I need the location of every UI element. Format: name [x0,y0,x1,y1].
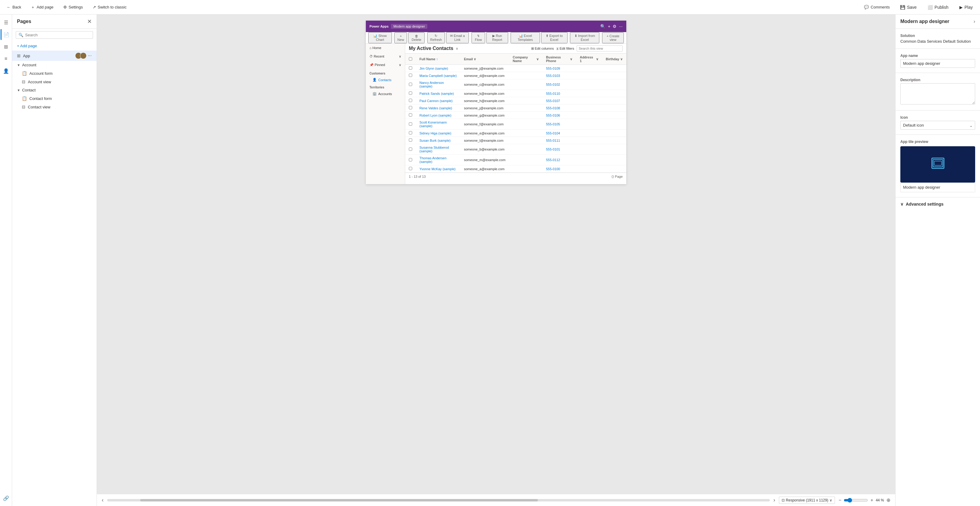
description-textarea[interactable] [900,83,975,105]
row-name[interactable]: Patrick Sands (sample) [416,90,460,97]
add-page-button[interactable]: ＋ Add page [29,3,56,11]
table-row[interactable]: Susan Burk (sample) someone_l@example.co… [405,137,626,144]
right-panel-expand[interactable]: › [974,19,975,24]
canvas-frame[interactable]: Power Apps Modern app designer 🔍 + ⚙ ···… [97,14,895,494]
publish-button[interactable]: ⬜ Publish [925,4,951,11]
row-select[interactable] [405,97,416,105]
preview-nav-email[interactable]: ✉ Email a Link [446,32,469,43]
edit-filters-btn[interactable]: ⧖ Edit filters [556,47,574,51]
row-select[interactable] [405,65,416,72]
row-select[interactable] [405,137,416,144]
row-select[interactable] [405,105,416,112]
canvas-scroll-left[interactable]: ‹ [102,497,103,503]
birthday-col-header[interactable]: Birthday ∨ [602,54,626,65]
row-name[interactable]: Scott Konersmann (sample) [416,119,460,130]
preview-content[interactable]: Full Name ↑ Email ∨ Company Name ∨ Busin… [405,54,626,184]
table-row[interactable]: Susanna Stubberod (sample) someone_b@exa… [405,144,626,155]
row-select[interactable] [405,165,416,173]
row-name[interactable]: Rene Valdes (sample) [416,105,460,112]
table-row[interactable]: Nancy Anderson (sample) someone_c@exampl… [405,80,626,90]
row-select[interactable] [405,130,416,137]
table-row[interactable]: Jim Glynn (sample) someone_j@example.com… [405,65,626,72]
row-name[interactable]: Thomas Andersen (sample) [416,155,460,165]
table-row[interactable]: Scott Konersmann (sample) someone_f@exam… [405,119,626,130]
sidebar-icon-pages[interactable]: 📄 [1,29,11,40]
nav-group-account[interactable]: ▼ Account [12,61,97,69]
nav-item-contact-view[interactable]: ⊟ Contact view [12,103,97,111]
preview-nav-flow[interactable]: ↯ Flow [471,32,485,43]
row-name[interactable]: Maria Campbell (sample) [416,72,460,80]
row-name[interactable]: Nancy Anderson (sample) [416,80,460,90]
preview-nav-show-chart[interactable]: 📊 Show Chart [368,32,392,43]
sidebar-recent[interactable]: ⏱ Recent ∨ [366,52,405,60]
preview-nav-run-report[interactable]: ▶ Run Report [486,32,508,43]
sidebar-accounts[interactable]: 🏢 Accounts [366,90,405,97]
switch-classic-button[interactable]: ↗ Switch to classic [91,4,129,11]
address-col-header[interactable]: Address 1 ∨ [576,54,602,65]
row-name[interactable]: Susan Burk (sample) [416,137,460,144]
preview-nav-create-view[interactable]: + Create view [602,32,624,43]
email-col-header[interactable]: Email ∨ [460,54,509,65]
sidebar-icon-data[interactable]: ⊞ [1,41,11,52]
fit-to-window-button[interactable]: ⊕ [886,497,890,503]
table-row[interactable]: Thomas Andersen (sample) someone_m@examp… [405,155,626,165]
preview-nav-refresh[interactable]: ↻ Refresh [427,32,445,43]
fullname-col-header[interactable]: Full Name ↑ [416,54,460,65]
play-button[interactable]: ▶ Play [957,4,975,11]
table-row[interactable]: Yvonne McKay (sample) someone_a@example.… [405,165,626,173]
nav-item-contact-form[interactable]: 📋 Contact form [12,94,97,103]
app-more-button[interactable]: ··· [88,53,92,59]
table-row[interactable]: Sidney Higa (sample) someone_e@example.c… [405,130,626,137]
row-name[interactable]: Sidney Higa (sample) [416,130,460,137]
zoom-out-button[interactable]: − [838,498,841,503]
table-row[interactable]: Robert Lyon (sample) someone_g@example.c… [405,112,626,119]
sidebar-icon-people[interactable]: 👤 [1,65,11,76]
pagination-controls[interactable]: ⟨⟩ Page [611,175,623,179]
icon-select[interactable]: Default icon Custom icon [900,121,975,130]
app-name-input[interactable] [900,59,975,68]
preview-nav-excel-templates[interactable]: 📊 Excel Templates [511,32,540,43]
row-select[interactable] [405,144,416,155]
responsive-button[interactable]: ⊡ Responsive (1911 x 1129) ∨ [779,496,835,504]
row-select[interactable] [405,80,416,90]
search-this-view[interactable] [577,45,623,51]
nav-item-account-view[interactable]: ⊟ Account view [12,78,97,86]
pages-search-input[interactable] [25,33,90,37]
sidebar-icon-flows[interactable]: ≡ [1,53,11,64]
zoom-in-button[interactable]: + [870,498,873,503]
row-name[interactable]: Jim Glynn (sample) [416,65,460,72]
sidebar-home[interactable]: ⌂ Home [366,44,405,52]
table-row[interactable]: Maria Campbell (sample) someone_d@exampl… [405,72,626,80]
row-name[interactable]: Robert Lyon (sample) [416,112,460,119]
table-row[interactable]: Patrick Sands (sample) someone_k@example… [405,90,626,97]
preview-nav-export-excel[interactable]: ⬆ Export to Excel [541,32,568,43]
table-row[interactable]: Rene Valdes (sample) someone_j@example.c… [405,105,626,112]
phone-col-header[interactable]: Business Phone ∨ [542,54,576,65]
add-page-btn[interactable]: + Add page [12,41,97,51]
scrollbar-track[interactable] [107,499,770,501]
sidebar-contacts[interactable]: 👤 Contacts [366,76,405,83]
save-button[interactable]: 💾 Save [897,4,919,11]
table-row[interactable]: Paul Cannon (sample) someone_h@example.c… [405,97,626,105]
nav-group-contact[interactable]: ▼ Contact [12,86,97,94]
sidebar-icon-connections[interactable]: 🔗 [1,493,11,504]
row-name[interactable]: Yvonne McKay (sample) [416,165,460,173]
sidebar-icon-menu[interactable]: ☰ [1,17,11,28]
nav-item-app[interactable]: ⊞ App ··· [12,51,97,61]
preview-nav-delete[interactable]: 🗑 Delete [408,32,425,43]
comments-button[interactable]: 💬 Comments [862,4,892,11]
company-col-header[interactable]: Company Name ∨ [509,54,542,65]
back-button[interactable]: ← Back [5,4,23,11]
row-name[interactable]: Paul Cannon (sample) [416,97,460,105]
select-all-checkbox[interactable] [409,57,412,60]
row-select[interactable] [405,119,416,130]
zoom-slider[interactable] [844,498,868,503]
row-select[interactable] [405,112,416,119]
preview-nav-new[interactable]: + New [394,32,407,43]
pages-panel-close[interactable]: ✕ [87,18,92,25]
edit-columns-btn[interactable]: ⊞ Edit columns [531,47,554,51]
canvas-scroll-right[interactable]: › [773,497,775,503]
preview-nav-import-excel[interactable]: ⬇ Import from Excel [570,32,599,43]
row-select[interactable] [405,72,416,80]
settings-button[interactable]: ⚙ Settings [62,4,85,11]
